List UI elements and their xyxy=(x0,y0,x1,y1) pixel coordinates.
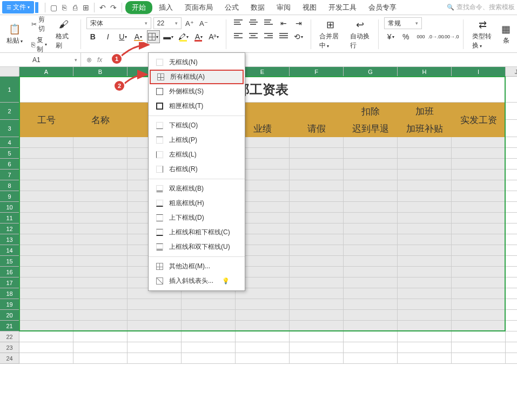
cell-I19[interactable] xyxy=(452,299,506,310)
border-option-dbottom[interactable]: 双底框线(B) xyxy=(149,181,245,196)
cell-G21[interactable] xyxy=(344,321,398,331)
cell-G13[interactable] xyxy=(344,234,398,245)
bold-button[interactable]: B xyxy=(86,30,99,43)
fill-color-button[interactable]: ▬▾ xyxy=(162,30,175,43)
header-F3[interactable]: 请假 xyxy=(290,120,344,137)
border-option-all[interactable]: 所有框线(A) xyxy=(150,70,244,84)
cell-B7[interactable] xyxy=(73,170,127,180)
cell-B17[interactable] xyxy=(73,277,127,288)
cell-F15[interactable] xyxy=(290,256,344,267)
percent-button[interactable]: % xyxy=(399,30,412,43)
cell-I18[interactable] xyxy=(452,288,506,299)
cell-D19[interactable] xyxy=(182,299,236,310)
cell-G6[interactable] xyxy=(344,159,398,170)
cell-A5[interactable] xyxy=(19,148,73,159)
row-header-20[interactable]: 20 xyxy=(0,310,19,321)
cell-H14[interactable] xyxy=(398,245,452,256)
border-option-diag[interactable]: 插入斜线表头... 💡 xyxy=(149,274,245,288)
cell-B20[interactable] xyxy=(73,310,127,321)
cell-I9[interactable] xyxy=(452,191,506,202)
cell-C24[interactable] xyxy=(127,353,182,364)
row-header-14[interactable]: 14 xyxy=(0,245,19,256)
header-I[interactable]: 实发工资 xyxy=(452,103,506,137)
cell-F11[interactable] xyxy=(290,213,344,223)
cell-C21[interactable] xyxy=(127,321,182,331)
cell-F18[interactable] xyxy=(290,288,344,299)
cell-E24[interactable] xyxy=(236,353,290,364)
cell-G19[interactable] xyxy=(344,299,398,310)
header-B[interactable]: 名称 xyxy=(73,103,127,137)
cell-G7[interactable] xyxy=(344,170,398,180)
border-option-tthb[interactable]: 上框线和粗下框线(C) xyxy=(149,225,245,240)
border-option-tdb[interactable]: 上框线和双下框线(U) xyxy=(149,240,245,254)
border-option-outer[interactable]: 外侧框线(S) xyxy=(149,84,245,99)
row-header-11[interactable]: 11 xyxy=(0,213,19,223)
cell-G8[interactable] xyxy=(344,180,398,191)
indent-increase-button[interactable]: ⇥ xyxy=(292,17,305,30)
cell-F24[interactable] xyxy=(290,353,344,364)
border-option-more[interactable]: 其他边框(M)... xyxy=(149,259,245,274)
cell-J18[interactable] xyxy=(506,288,517,299)
cell-C23[interactable] xyxy=(127,342,182,353)
cell-H13[interactable] xyxy=(398,234,452,245)
cell-B21[interactable] xyxy=(73,321,127,331)
cell-G12[interactable] xyxy=(344,223,398,234)
cell-J3[interactable] xyxy=(506,120,517,137)
cell-F10[interactable] xyxy=(290,202,344,213)
cell-A11[interactable] xyxy=(19,213,73,223)
phonetic-button[interactable]: Aᵃ▾ xyxy=(207,30,220,43)
border-option-tb[interactable]: 上下框线(D) xyxy=(149,211,245,225)
cell-F16[interactable] xyxy=(290,267,344,277)
border-option-right[interactable]: 右框线(R) xyxy=(149,162,245,177)
cell-B19[interactable] xyxy=(73,299,127,310)
row-header-6[interactable]: 6 xyxy=(0,159,19,170)
col-header-G[interactable]: G xyxy=(344,67,398,77)
cell-F13[interactable] xyxy=(290,234,344,245)
cell-A22[interactable] xyxy=(19,331,73,342)
cell-A21[interactable] xyxy=(19,321,73,331)
cell-J15[interactable] xyxy=(506,256,517,267)
cell-E21[interactable] xyxy=(236,321,290,331)
cell-E20[interactable] xyxy=(236,310,290,321)
comma-button[interactable]: 000 xyxy=(414,30,427,43)
header-A[interactable]: 工号 xyxy=(19,103,73,137)
border-option-bottom[interactable]: 下框线(O) xyxy=(149,118,245,133)
conditional-button[interactable]: ▦ 条 xyxy=(499,17,514,51)
cell-A6[interactable] xyxy=(19,159,73,170)
cell-H22[interactable] xyxy=(398,331,452,342)
header-G2[interactable]: 扣除 xyxy=(344,103,398,120)
tab-dev[interactable]: 开发工具 xyxy=(323,1,362,15)
cell-G14[interactable] xyxy=(344,245,398,256)
cell-G17[interactable] xyxy=(344,277,398,288)
cell-F12[interactable] xyxy=(290,223,344,234)
cell-J5[interactable] xyxy=(506,148,517,159)
cell-A24[interactable] xyxy=(19,353,73,364)
type-convert-button[interactable]: ⇄ 类型转换 xyxy=(469,17,497,51)
row-header-9[interactable]: 9 xyxy=(0,191,19,202)
cell-J8[interactable] xyxy=(506,180,517,191)
cell-G4[interactable] xyxy=(344,137,398,148)
cell-G22[interactable] xyxy=(344,331,398,342)
cell-B10[interactable] xyxy=(73,202,127,213)
cell-F17[interactable] xyxy=(290,277,344,288)
cell-J17[interactable] xyxy=(506,277,517,288)
cell-A14[interactable] xyxy=(19,245,73,256)
cell-D24[interactable] xyxy=(182,353,236,364)
print-icon[interactable]: ⎙ xyxy=(70,3,80,12)
cell-I7[interactable] xyxy=(452,170,506,180)
cell-H4[interactable] xyxy=(398,137,452,148)
header-H2[interactable]: 加班 xyxy=(398,103,452,120)
cell-F21[interactable] xyxy=(290,321,344,331)
cell-H8[interactable] xyxy=(398,180,452,191)
format-painter-button[interactable]: 🖌 格式刷 xyxy=(52,17,75,51)
cell-J21[interactable] xyxy=(506,321,517,331)
cell-J2[interactable] xyxy=(506,103,517,120)
row-header-1[interactable]: 1 xyxy=(0,77,19,103)
open-icon[interactable]: ⎘ xyxy=(59,3,69,12)
new-icon[interactable]: ▢ xyxy=(49,3,58,12)
cell-I17[interactable] xyxy=(452,277,506,288)
name-box[interactable]: A1 xyxy=(0,53,81,66)
font-name-combo[interactable]: 宋体 xyxy=(86,17,151,29)
cell-H12[interactable] xyxy=(398,223,452,234)
title-cell[interactable]: 部工资表 xyxy=(19,77,506,103)
